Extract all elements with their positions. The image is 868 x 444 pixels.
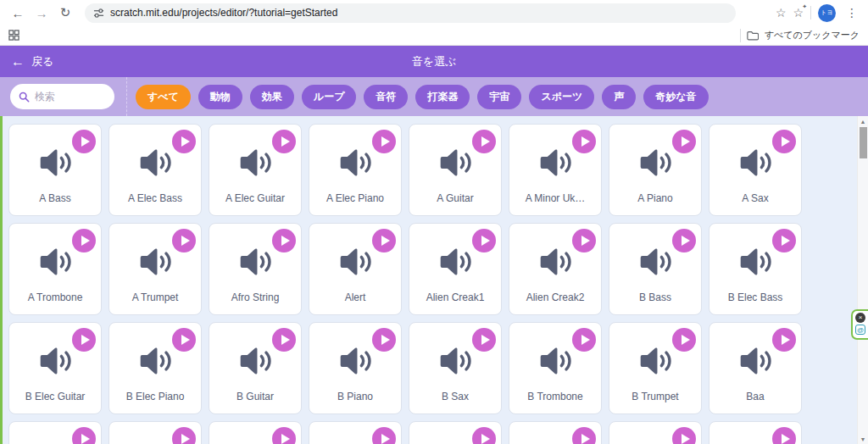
forward-icon[interactable]: →: [31, 2, 53, 24]
at-icon[interactable]: @: [855, 325, 865, 335]
sound-card[interactable]: [409, 421, 502, 444]
scrollbar-up-arrow[interactable]: ▲: [858, 116, 868, 126]
play-button[interactable]: [172, 229, 196, 253]
play-button[interactable]: [372, 229, 396, 253]
address-bar[interactable]: scratch.mit.edu/projects/editor/?tutoria…: [85, 3, 736, 23]
play-button[interactable]: [772, 427, 796, 444]
play-button[interactable]: [472, 130, 496, 153]
scrollbar-thumb[interactable]: [860, 127, 867, 158]
filter-pill[interactable]: 効果: [250, 85, 294, 109]
play-button[interactable]: [72, 427, 96, 444]
sound-card[interactable]: Alien Creak1: [409, 223, 502, 315]
sound-card[interactable]: [309, 421, 402, 444]
filter-pill[interactable]: 声: [602, 85, 636, 109]
play-button[interactable]: [372, 328, 396, 352]
play-button[interactable]: [472, 427, 496, 444]
filter-pill[interactable]: すべて: [136, 85, 191, 109]
bookmarks-list-star-icon[interactable]: ☆✦: [793, 6, 804, 19]
sound-card[interactable]: [209, 421, 302, 444]
play-button[interactable]: [72, 130, 96, 153]
sound-card[interactable]: [108, 421, 202, 444]
sound-card[interactable]: [709, 421, 802, 444]
sound-card[interactable]: Afro String: [209, 223, 302, 315]
filter-pill[interactable]: 打楽器: [415, 85, 470, 109]
play-button[interactable]: [372, 427, 396, 444]
sound-card[interactable]: Alien Creak2: [509, 223, 602, 315]
play-button[interactable]: [572, 427, 596, 444]
sound-card[interactable]: Alert: [309, 223, 402, 315]
sound-card[interactable]: B Trombone: [509, 322, 602, 414]
filter-pill[interactable]: ループ: [302, 85, 357, 109]
profile-avatar[interactable]: トヨ: [818, 4, 836, 22]
sound-card[interactable]: B Bass: [609, 223, 702, 315]
scrollbar[interactable]: ▲ ▼: [857, 116, 868, 444]
play-button[interactable]: [672, 427, 696, 444]
sound-card[interactable]: A Minor Uk…: [509, 124, 602, 216]
sound-label: A Elec Guitar: [209, 192, 301, 204]
sound-card[interactable]: [509, 421, 602, 444]
sound-label: A Piano: [609, 192, 701, 204]
sound-card[interactable]: A Trombone: [8, 223, 102, 315]
play-button[interactable]: [172, 130, 196, 153]
filter-pill[interactable]: 宇宙: [477, 85, 521, 109]
play-button[interactable]: [672, 130, 696, 153]
play-button[interactable]: [172, 427, 196, 444]
back-button[interactable]: ← 戻る: [11, 54, 53, 69]
sound-card[interactable]: [609, 421, 702, 444]
play-button[interactable]: [572, 130, 596, 153]
sound-card[interactable]: B Guitar: [209, 322, 302, 414]
play-button[interactable]: [272, 130, 296, 153]
play-icon: [481, 335, 490, 345]
play-button[interactable]: [672, 229, 696, 253]
play-button[interactable]: [72, 328, 96, 352]
sound-card[interactable]: B Trumpet: [609, 322, 702, 414]
play-button[interactable]: [272, 427, 296, 444]
close-icon[interactable]: ×: [855, 313, 865, 323]
bookmark-star-icon[interactable]: ☆: [776, 6, 787, 19]
play-button[interactable]: [672, 328, 696, 352]
play-icon: [581, 136, 590, 147]
back-icon[interactable]: ←: [7, 2, 29, 24]
speaker-icon: [737, 147, 773, 178]
scrollbar-down-arrow[interactable]: ▼: [858, 434, 868, 444]
menu-kebab-icon[interactable]: ⋮: [843, 6, 861, 19]
sound-card[interactable]: A Sax: [709, 124, 802, 216]
filter-pill[interactable]: 動物: [198, 85, 242, 109]
sound-label: Alert: [309, 291, 401, 303]
play-button[interactable]: [172, 328, 196, 352]
play-button[interactable]: [72, 229, 96, 253]
sound-card[interactable]: A Guitar: [409, 124, 502, 216]
search-box[interactable]: [10, 84, 114, 109]
play-button[interactable]: [572, 229, 596, 253]
sound-card[interactable]: B Elec Piano: [108, 322, 202, 414]
play-button[interactable]: [372, 130, 396, 153]
play-button[interactable]: [472, 328, 496, 352]
play-button[interactable]: [772, 229, 796, 253]
sound-card[interactable]: A Elec Piano: [309, 124, 402, 216]
sound-card[interactable]: A Bass: [8, 124, 102, 216]
filter-pill[interactable]: 奇妙な音: [643, 85, 708, 109]
all-bookmarks-button[interactable]: すべてのブックマーク: [740, 29, 860, 42]
sound-card[interactable]: B Elec Bass: [709, 223, 802, 315]
sound-card[interactable]: B Sax: [409, 322, 502, 414]
play-button[interactable]: [272, 229, 296, 253]
filter-pill[interactable]: スポーツ: [529, 85, 594, 109]
sound-card[interactable]: A Piano: [609, 124, 702, 216]
sound-card[interactable]: A Elec Bass: [108, 124, 202, 216]
sound-card[interactable]: A Trumpet: [108, 223, 202, 315]
play-button[interactable]: [572, 328, 596, 352]
refresh-icon[interactable]: ↻: [54, 2, 76, 24]
sound-card[interactable]: A Elec Guitar: [209, 124, 302, 216]
search-input[interactable]: [35, 91, 101, 103]
play-button[interactable]: [472, 229, 496, 253]
play-button[interactable]: [272, 328, 296, 352]
sound-card[interactable]: [8, 421, 102, 444]
apps-grid-icon[interactable]: [8, 30, 19, 41]
filter-pill[interactable]: 音符: [364, 85, 408, 109]
play-button[interactable]: [772, 328, 796, 352]
speaker-icon: [237, 346, 273, 376]
sound-card[interactable]: B Piano: [309, 322, 402, 414]
sound-card[interactable]: Baa: [709, 322, 802, 414]
play-button[interactable]: [772, 130, 796, 153]
sound-card[interactable]: B Elec Guitar: [8, 322, 102, 414]
